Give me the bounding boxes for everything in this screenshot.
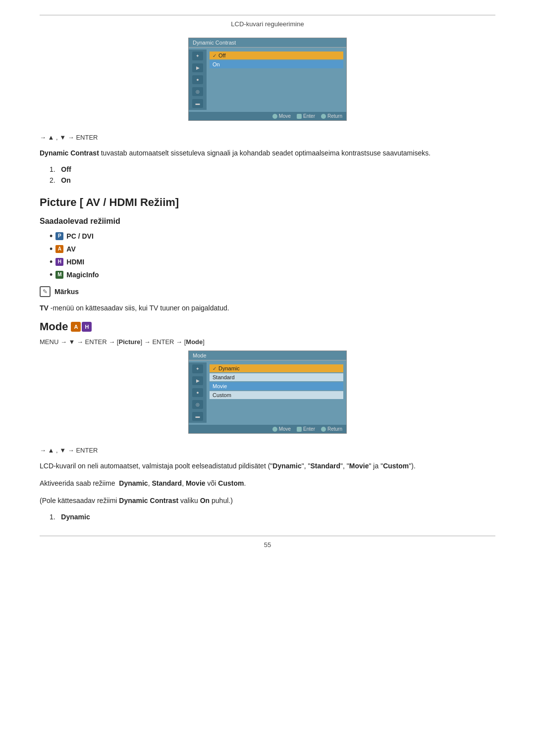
mode-badge: A H [71,322,92,332]
bullet-list: • P PC / DVI • A AV • H HDMI • M MagicIn… [50,232,495,279]
bullet-item-magicinfo: • M MagicInfo [50,270,495,279]
numbered-list-1: 1. Off 2. On [50,165,495,184]
widget-body: ✦ ▶ ● ◎ ▬ ✓ Off On [189,48,346,112]
mode-widget-title: Mode [189,351,346,360]
icon-badge-a: A [55,245,63,253]
mode-footer-return: Return [321,426,342,432]
widget-sidebar: ✦ ▶ ● ◎ ▬ [189,50,207,110]
mode-enter-icon [297,427,302,432]
mode-item-movie[interactable]: Movie [210,382,343,390]
icon-badge-p: P [55,232,63,240]
note-box: ✎ Märkus [40,286,495,297]
list-item-dynamic: 1. Dynamic [50,513,495,521]
section-heading: Picture [ AV / HDMI Režiim] [40,196,495,209]
mode-move-icon [272,427,277,432]
sidebar-icon-1: ✦ [192,51,203,60]
mode-item-standard[interactable]: Standard [210,373,343,381]
icon-badge-m: M [55,271,63,279]
mode-heading: Mode [40,320,68,333]
checkmark: ✓ [213,53,216,58]
mode-heading-row: Mode A H [40,320,495,333]
footer-return: Return [321,113,342,119]
mode-sidebar-icon-1: ✦ [192,364,203,373]
move-icon [272,114,277,119]
bullet-item-pcdvi: • P PC / DVI [50,232,495,241]
page-container: LCD-kuvari reguleerimine Dynamic Contras… [0,0,535,578]
mode-widget-content: ✓ Dynamic Standard Movie Custom [207,362,346,423]
dynamic-contrast-widget: Dynamic Contrast ✦ ▶ ● ◎ ▬ ✓ Off On [188,38,347,121]
sidebar-icon-5: ▬ [192,99,203,108]
bullet-item-av: • A AV [50,245,495,253]
mode-widget-footer: Move Enter Return [189,425,346,433]
mode-item-dynamic[interactable]: ✓ Dynamic [210,364,343,372]
mode-sidebar-icon-4: ◎ [192,400,203,409]
note-label: Märkus [54,288,79,296]
page-header: LCD-kuvari reguleerimine [40,20,495,28]
mode-footer-move: Move [272,426,291,432]
menu-item-on[interactable]: On [210,60,343,68]
mode-badge-h: H [82,322,92,332]
note-body-text: TV -menüü on kättesaadav siis, kui TV tu… [40,303,495,313]
mode-badge-a: A [71,322,81,332]
mode-sidebar-icon-3: ● [192,388,203,397]
menu-item-off[interactable]: ✓ Off [210,51,343,59]
mode-footer-enter: Enter [297,426,315,432]
list-item-on: 2. On [50,176,495,184]
bullet-dot: • [50,270,53,279]
sub-heading: Saadaolevad režiimid [40,217,495,226]
mode-widget-body: ✦ ▶ ● ◎ ▬ ✓ Dynamic Standard Movie Custo… [189,360,346,425]
bullet-dot: • [50,232,53,241]
nav-instruction-1: → ▲ , ▼ → ENTER [40,134,495,141]
sidebar-icon-4: ◎ [192,87,203,96]
sidebar-icon-3: ● [192,75,203,84]
bullet-dot: • [50,257,53,266]
page-footer: 55 [40,536,495,549]
menu-instruction: MENU → ▼ → ENTER → [Picture] → ENTER → [… [40,338,495,346]
mode-sidebar-icon-5: ▬ [192,412,203,421]
widget-title: Dynamic Contrast [189,38,346,48]
body-text-1: Dynamic Contrast tuvastab automaatselt s… [40,148,495,158]
top-rule [40,15,495,15]
mode-widget-sidebar: ✦ ▶ ● ◎ ▬ [189,362,207,423]
note-icon: ✎ [40,286,51,297]
widget-content: ✓ Off On [207,50,346,110]
dynamic-contrast-widget-container: Dynamic Contrast ✦ ▶ ● ◎ ▬ ✓ Off On [40,38,495,127]
mode-return-icon [321,427,326,432]
enter-icon [297,114,302,119]
body-text-4: (Pole kättesaadav režiimi Dynamic Contra… [40,496,495,506]
sidebar-icon-2: ▶ [192,63,203,72]
body-text-3: Aktiveerida saab režiime Dynamic, Standa… [40,478,495,489]
footer-move: Move [272,113,291,119]
mode-widget-container: Mode ✦ ▶ ● ◎ ▬ ✓ Dynamic Standard Movie [40,351,495,440]
numbered-list-2: 1. Dynamic [50,513,495,521]
mode-sidebar-icon-2: ▶ [192,376,203,385]
bullet-item-hdmi: • H HDMI [50,257,495,266]
mode-widget: Mode ✦ ▶ ● ◎ ▬ ✓ Dynamic Standard Movie [188,351,347,434]
footer-enter: Enter [297,113,315,119]
return-icon [321,114,326,119]
bullet-dot: • [50,245,53,253]
icon-badge-h: H [55,258,63,266]
nav-instruction-2: → ▲ , ▼ → ENTER [40,447,495,454]
list-item-off: 1. Off [50,165,495,173]
widget-footer: Move Enter Return [189,112,346,120]
mode-checkmark: ✓ [213,366,216,371]
mode-item-custom[interactable]: Custom [210,391,343,399]
body-text-2: LCD-kuvaril on neli automaatset, valmist… [40,461,495,471]
